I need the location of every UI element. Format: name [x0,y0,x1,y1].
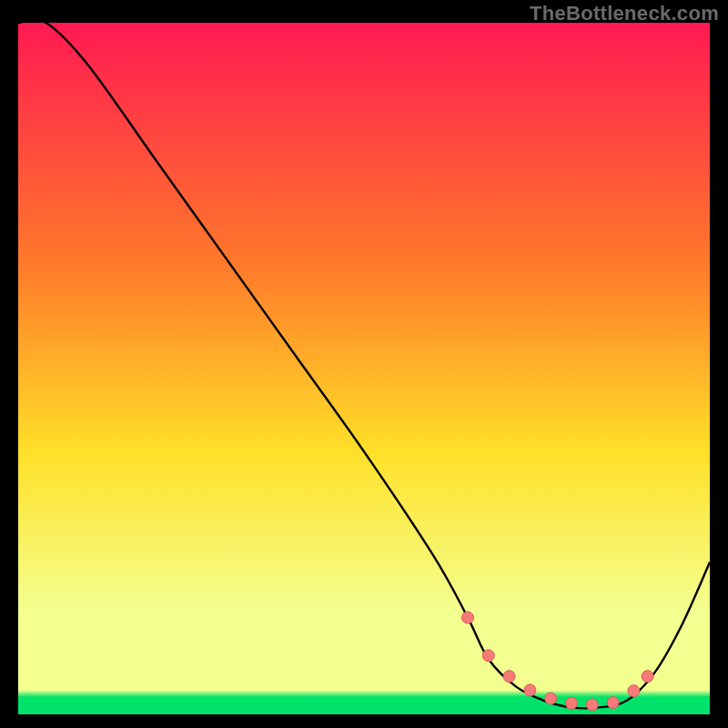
chart-svg [18,23,710,714]
chart-plot-area [18,23,710,714]
highlight-dot [545,693,557,704]
highlight-dot [642,671,653,682]
highlight-dot [628,685,640,697]
highlight-dot [524,684,536,696]
highlight-dot [566,697,578,709]
highlight-dot [503,671,515,682]
highlight-dot [586,699,598,711]
highlight-dot [482,650,494,662]
highlight-dot [607,697,619,709]
chart-frame: TheBottleneck.com [0,0,728,728]
highlight-dot [462,612,474,623]
gradient-background [18,23,710,714]
